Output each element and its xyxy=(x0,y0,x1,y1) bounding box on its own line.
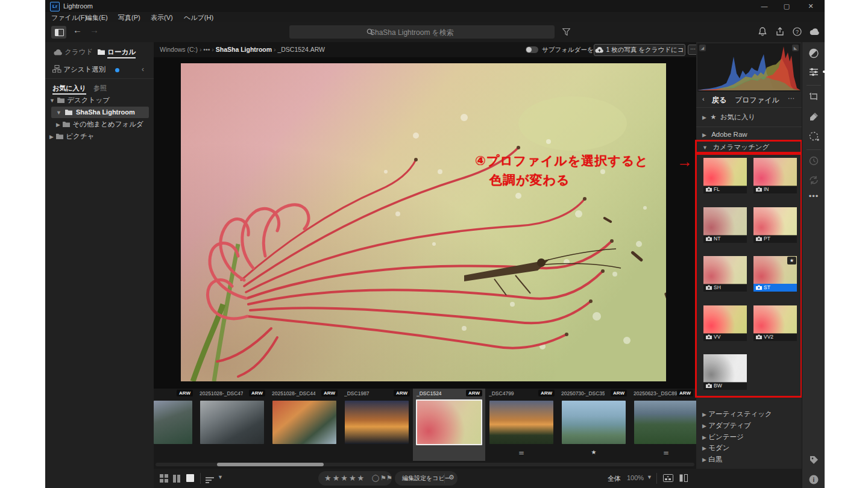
profile-tile-vv2[interactable]: VV2 xyxy=(753,305,797,341)
maximize-button[interactable]: ▢ xyxy=(776,0,797,12)
adjustments-sliders-icon[interactable] xyxy=(802,67,825,77)
keywords-tag-icon[interactable] xyxy=(802,454,825,465)
profile-tile-fl[interactable]: FL xyxy=(703,158,747,193)
highlight-clipping-button[interactable]: ◣ xyxy=(792,45,799,51)
tree-item-others[interactable]: ▶ その他まとめフォルダ xyxy=(56,120,143,129)
filmstrip-cell[interactable]: 20250623-_DSC8973 ARW ⚌ xyxy=(630,389,696,461)
histogram[interactable] xyxy=(697,43,800,92)
main-photo[interactable] xyxy=(181,63,666,381)
tree-item-pictures[interactable]: ▶ ピクチャ xyxy=(49,132,94,141)
menu-file[interactable]: ファイル(F) xyxy=(51,13,87,22)
profile-tile-sh[interactable]: SH xyxy=(703,256,747,292)
breadcrumb-root[interactable]: Windows (C:) xyxy=(160,46,198,53)
profile-tile-vv[interactable]: VV xyxy=(703,305,747,341)
thumbnail[interactable] xyxy=(489,401,553,444)
zoom-chevron-icon[interactable]: ▼ xyxy=(647,474,652,480)
reject-flag-icon[interactable]: ⚑ xyxy=(386,474,392,482)
thumbnail[interactable] xyxy=(272,401,336,444)
menu-help[interactable]: ヘルプ(H) xyxy=(184,13,213,22)
breadcrumb-folder[interactable]: ShaSha Lightroom xyxy=(216,46,272,53)
history-clock-icon[interactable] xyxy=(802,155,825,166)
thumbnail[interactable] xyxy=(154,401,192,444)
search-box[interactable] xyxy=(289,25,555,39)
healing-brush-icon[interactable] xyxy=(802,111,825,122)
thumbnail-selected[interactable] xyxy=(416,399,482,445)
panel-toggle-button[interactable] xyxy=(51,26,66,39)
forward-arrow-icon[interactable]: → xyxy=(90,25,99,35)
thumbnail[interactable] xyxy=(634,401,696,444)
menu-edit[interactable]: 編集(E) xyxy=(86,13,108,22)
group-artistic[interactable]: ▶ アーティスティック xyxy=(702,410,772,419)
menu-photo[interactable]: 写真(P) xyxy=(118,13,140,22)
back-arrow-icon[interactable]: ← xyxy=(73,25,82,35)
cloud-sync-icon[interactable] xyxy=(810,28,820,36)
sidebar-tab-favorites[interactable]: お気に入り xyxy=(52,84,86,93)
close-button[interactable]: ✕ xyxy=(800,0,821,12)
group-favorites[interactable]: ▶ ★ お気に入り xyxy=(702,113,755,122)
info-icon[interactable]: i xyxy=(802,474,825,485)
tree-item-desktop[interactable]: ▼ デスクトップ xyxy=(49,96,110,105)
zoom-value[interactable]: 100% xyxy=(627,474,644,481)
breadcrumb-ellipsis[interactable]: ••• xyxy=(203,46,210,53)
crop-icon[interactable] xyxy=(802,91,825,102)
assist-select-row[interactable]: アシスト選別 xyxy=(52,65,105,74)
profile-tile-in[interactable]: IN xyxy=(753,158,797,193)
color-label-circle-icon[interactable]: ◯ xyxy=(372,474,379,482)
minimize-button[interactable]: — xyxy=(754,0,775,12)
rating-stars[interactable]: ★★★★★ xyxy=(324,474,365,483)
profile-tile-bw[interactable]: BW xyxy=(703,354,747,390)
group-adaptive[interactable]: ▶ アダプティブ xyxy=(702,421,751,430)
filmstrip-cell[interactable]: ARW xyxy=(154,389,196,461)
filmstrip-cell-selected[interactable]: _DSC1524 ARW xyxy=(413,389,485,461)
profile-tile-st-selected[interactable]: ★ ST xyxy=(753,256,797,292)
thumbnail[interactable] xyxy=(200,401,264,444)
shadow-clipping-button[interactable]: ◢ xyxy=(699,45,706,51)
favorite-star-badge[interactable]: ★ xyxy=(787,257,796,264)
filmstrip-toggle-icon[interactable] xyxy=(663,474,673,482)
profile-tile-nt[interactable]: NT xyxy=(703,207,747,243)
column-view-icon[interactable] xyxy=(173,474,181,483)
versions-sync-icon[interactable] xyxy=(802,175,825,186)
edit-profile-icon[interactable] xyxy=(802,48,825,58)
pick-flag-icon[interactable]: ⚑ xyxy=(380,474,386,482)
group-vintage[interactable]: ▶ ビンテージ xyxy=(702,433,744,442)
gear-icon[interactable]: ⚙ xyxy=(448,474,454,481)
thumbnail[interactable] xyxy=(345,401,409,444)
filmstrip-scrollbar-thumb[interactable] xyxy=(217,463,324,466)
group-bw[interactable]: ▶ 白黒 xyxy=(702,455,722,464)
back-chevron-icon[interactable]: ‹ xyxy=(702,95,705,102)
group-modern[interactable]: ▶ モダン xyxy=(702,443,729,452)
group-adobe-raw[interactable]: ▶ Adobe Raw xyxy=(702,131,747,138)
filmstrip-cell[interactable]: 20251028-_DSC4489 ARW xyxy=(268,389,341,461)
masking-icon[interactable] xyxy=(802,131,825,142)
sort-icon[interactable] xyxy=(206,476,214,484)
share-icon[interactable] xyxy=(776,27,784,36)
grid-view-icon[interactable] xyxy=(160,474,168,483)
filmstrip-cell[interactable]: 20250730-_DSC3543 ARW ★ xyxy=(558,389,630,461)
thumbnail[interactable] xyxy=(562,401,626,444)
help-icon[interactable]: ? xyxy=(793,27,802,36)
filter-funnel-icon[interactable] xyxy=(562,28,570,36)
profile-tile-pt[interactable]: PT xyxy=(753,207,797,243)
notifications-bell-icon[interactable] xyxy=(758,27,767,36)
sidebar-collapse-icon[interactable]: ‹ xyxy=(142,65,144,74)
filmstrip-cell[interactable]: _DSC1987 ARW xyxy=(341,389,413,461)
before-after-compare-icon[interactable] xyxy=(679,474,688,483)
back-button[interactable]: 戻る xyxy=(712,95,726,105)
profiles-more-button[interactable]: ⋯ xyxy=(788,94,795,102)
menu-view[interactable]: 表示(V) xyxy=(151,13,173,22)
sort-chevron-icon[interactable]: ▼ xyxy=(218,474,223,480)
filmstrip-cell[interactable]: _DSC4799 ARW ⚌ xyxy=(485,389,558,461)
sidebar-tab-local[interactable]: ローカル xyxy=(97,48,136,57)
filmstrip-cell[interactable]: 20251028-_DSC4769 ARW xyxy=(196,389,268,461)
include-subfolders-toggle[interactable] xyxy=(526,46,538,53)
zoom-mode-label[interactable]: 全体 xyxy=(608,474,621,483)
tree-item-shasha-selected[interactable]: ▼ ShaSha Lightroom xyxy=(51,107,149,118)
copy-to-cloud-button[interactable]: 1 枚の写真 をクラウドにコピー xyxy=(594,44,685,56)
sidebar-tab-cloud[interactable]: クラウド xyxy=(54,48,93,57)
single-view-icon[interactable] xyxy=(186,474,195,483)
more-tools-icon[interactable]: ••• xyxy=(802,192,825,201)
sidebar-tab-browse[interactable]: 参照 xyxy=(93,84,107,93)
search-input[interactable] xyxy=(369,25,530,40)
copy-edit-settings-button[interactable]: 編集設定をコピー xyxy=(402,471,451,486)
